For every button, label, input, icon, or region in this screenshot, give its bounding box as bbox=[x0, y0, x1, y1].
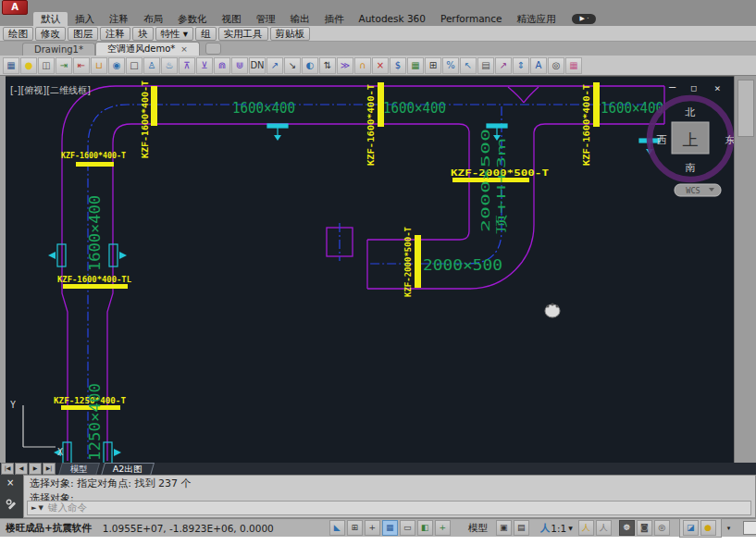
coordinates-readout[interactable]: 1.0955E+07, -1.8923E+06, 0.0000 bbox=[103, 523, 274, 534]
batch-arrows-icon[interactable]: ≫ bbox=[337, 57, 353, 74]
panel-groups[interactable]: 组 bbox=[195, 27, 217, 41]
duct-size-label[interactable]: 1600×400 bbox=[232, 100, 295, 117]
duct-size-label[interactable]: 1600×400 bbox=[86, 195, 104, 271]
wrench-icon[interactable] bbox=[6, 497, 18, 514]
gauge-icon[interactable]: ◐ bbox=[302, 57, 318, 74]
damper-bar[interactable] bbox=[76, 162, 114, 167]
rectangle-tool-icon[interactable]: □ bbox=[126, 57, 143, 74]
ribbon-tab-output[interactable]: 输出 bbox=[283, 12, 317, 26]
isolate-objects-icon[interactable]: ◎ bbox=[654, 520, 670, 536]
status-more-arrow-icon[interactable]: ▾ bbox=[727, 525, 731, 532]
building-icon[interactable]: ▦ bbox=[565, 57, 582, 74]
connect-button[interactable]: ▶ · bbox=[572, 14, 596, 24]
close-icon[interactable]: × bbox=[6, 477, 14, 488]
damper-label[interactable]: KZF-2000*500-T bbox=[403, 227, 413, 297]
table-edit-icon[interactable]: ▦ bbox=[407, 57, 424, 74]
panel-utilities[interactable]: 实用工具 bbox=[218, 27, 268, 41]
device-d-icon[interactable]: ⋓ bbox=[231, 57, 248, 74]
viewport-restore-icon[interactable]: □ bbox=[691, 83, 697, 93]
panel-annotation[interactable]: 注释 bbox=[100, 27, 130, 41]
damper-label[interactable]: KZF-1600*400-T bbox=[366, 84, 376, 166]
damper-bar[interactable] bbox=[63, 284, 128, 289]
ortho-mode-icon[interactable]: + bbox=[365, 520, 380, 536]
compass-north-label[interactable]: 北 bbox=[685, 106, 696, 118]
viewcube-up-label[interactable]: 上 bbox=[683, 130, 699, 149]
duct-size-label[interactable]: 2000×500 bbox=[423, 257, 502, 274]
ribbon-tab-featured-apps[interactable]: 精选应用 bbox=[509, 12, 563, 26]
file-tab-hvac-demo[interactable]: 空调通风demo*× bbox=[95, 42, 200, 56]
bulb-icon[interactable]: ● bbox=[20, 57, 37, 74]
dynamic-input-icon[interactable]: ▭ bbox=[400, 520, 415, 536]
model-space-button[interactable]: 模型 bbox=[465, 522, 490, 535]
calculator-icon[interactable]: ⊞ bbox=[425, 57, 441, 74]
object-snap-icon[interactable]: ◧ bbox=[417, 520, 433, 536]
dn-pen-icon[interactable]: ↗ bbox=[266, 57, 283, 74]
clean-screen-button[interactable] bbox=[743, 521, 756, 535]
command-prompt-icon[interactable]: ► ▼ bbox=[31, 504, 43, 512]
duct-top-outer-edge[interactable] bbox=[62, 86, 664, 461]
ribbon-tab-annotate[interactable]: 注释 bbox=[102, 12, 136, 26]
panel-draw[interactable]: 绘图 bbox=[3, 27, 33, 41]
branch-west-edge[interactable] bbox=[367, 131, 469, 240]
dn-brush-icon[interactable]: ↘ bbox=[284, 57, 301, 74]
compass-east-label[interactable]: 东 bbox=[725, 134, 735, 146]
prev-layout-button[interactable]: ◀ bbox=[15, 463, 28, 475]
duct-size-label[interactable]: 2000×500 bbox=[478, 129, 492, 232]
hardware-accel-icon[interactable]: ● bbox=[700, 520, 716, 536]
file-tab-drawing1[interactable]: Drawing1* bbox=[22, 43, 95, 56]
view-compass[interactable]: 上 北 西 东 南 bbox=[650, 98, 734, 180]
renumber-icon[interactable]: ⇅ bbox=[319, 57, 336, 74]
damper-label[interactable]: KZF-1600*400-T bbox=[61, 150, 126, 160]
duct-size-label[interactable]: 1600×400 bbox=[601, 100, 663, 117]
damper-label[interactable]: KZF-1600*400-T bbox=[581, 84, 591, 166]
layout-tab-model[interactable]: 模型 bbox=[58, 463, 100, 476]
delete-icon[interactable]: × bbox=[372, 57, 389, 74]
ribbon-tab-addins[interactable]: 插件 bbox=[317, 12, 352, 26]
pick-icon[interactable]: ↖ bbox=[460, 57, 477, 74]
dn-table-icon[interactable]: DN bbox=[249, 57, 266, 74]
updown-icon[interactable]: ⇕ bbox=[513, 57, 529, 74]
damper-label[interactable]: KZF-1600*400-T bbox=[140, 81, 150, 158]
first-layout-button[interactable]: |◀ bbox=[1, 463, 14, 475]
layout-icon[interactable]: ▣ bbox=[496, 520, 512, 536]
workspace-gear-icon[interactable]: ☸ bbox=[619, 520, 635, 536]
zoom-tool-icon[interactable]: ◎ bbox=[548, 57, 564, 74]
ribbon-tab-layout[interactable]: 布局 bbox=[136, 12, 170, 26]
anchor-person-icon[interactable]: ♙ bbox=[143, 57, 160, 74]
device-c-icon[interactable]: ⋒ bbox=[214, 57, 230, 74]
ribbon-tab-autodesk360[interactable]: Autodesk 360 bbox=[352, 12, 433, 26]
duct-elevation-label[interactable]: 顶+H+3m bbox=[494, 138, 508, 234]
device-b-icon[interactable]: ⊻ bbox=[196, 57, 213, 74]
annotation-visibility-icon[interactable]: 人 bbox=[578, 520, 594, 536]
compass-west-label[interactable]: 西 bbox=[657, 134, 667, 146]
ribbon-tab-manage[interactable]: 管理 bbox=[249, 12, 283, 26]
damper-label[interactable]: KZF-1600*400-TL bbox=[57, 274, 131, 284]
duct-size-label[interactable]: 1600×400 bbox=[383, 100, 446, 117]
panel-block[interactable]: 块 bbox=[132, 27, 154, 41]
ribbon-tab-parametric[interactable]: 参数化 bbox=[170, 12, 215, 26]
viewport-controls-label[interactable]: [-][俯视][二维线框] bbox=[10, 85, 91, 95]
export-arrow-icon[interactable]: ⇤ bbox=[73, 57, 90, 74]
autocad-logo-icon[interactable]: A bbox=[2, 0, 28, 15]
arc-measure-icon[interactable]: ∩ bbox=[354, 57, 371, 74]
object-track-icon[interactable]: + bbox=[435, 520, 451, 536]
command-history[interactable]: 选择对象: 指定对角点: 找到 237 个 选择对象: ► ▼ 键入命令 bbox=[23, 475, 756, 518]
auto-annotation-icon[interactable]: 人 bbox=[596, 520, 612, 536]
fountain-icon[interactable]: ♨ bbox=[161, 57, 178, 74]
duct-size-label[interactable]: 1250×400 bbox=[86, 383, 104, 461]
text-style-icon[interactable]: A bbox=[530, 57, 547, 74]
last-layout-button[interactable]: ▶| bbox=[43, 463, 56, 475]
quick-view-icon[interactable]: ▤ bbox=[514, 520, 529, 536]
device-a-icon[interactable]: ⊼ bbox=[179, 57, 195, 74]
ribbon-tab-performance[interactable]: Performance bbox=[433, 12, 510, 26]
layout-tab-a2[interactable]: A2出图 bbox=[101, 463, 155, 476]
damper-bar[interactable] bbox=[415, 235, 421, 288]
duct-top-inner-edge[interactable] bbox=[107, 124, 469, 461]
vertical-scrollbar[interactable] bbox=[734, 76, 756, 463]
command-input[interactable]: ► ▼ 键入命令 bbox=[27, 501, 751, 515]
snap-mode-icon[interactable]: ⊞ bbox=[347, 520, 363, 536]
view-image-icon[interactable]: ▦ bbox=[3, 57, 19, 74]
pen-k-icon[interactable]: ↗ bbox=[495, 57, 512, 74]
panel-clipboard[interactable]: 剪贴板 bbox=[270, 27, 311, 41]
annotation-scale-control[interactable]: 人 1:1 ▼ bbox=[540, 522, 573, 535]
